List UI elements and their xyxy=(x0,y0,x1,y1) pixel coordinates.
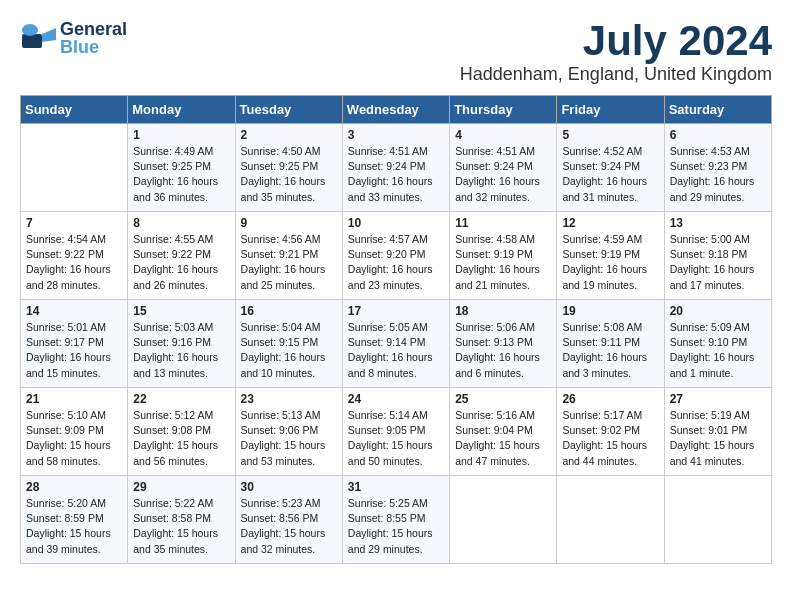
day-cell: 30Sunrise: 5:23 AM Sunset: 8:56 PM Dayli… xyxy=(235,476,342,564)
day-cell: 14Sunrise: 5:01 AM Sunset: 9:17 PM Dayli… xyxy=(21,300,128,388)
day-detail: Sunrise: 5:03 AM Sunset: 9:16 PM Dayligh… xyxy=(133,320,229,381)
day-number: 28 xyxy=(26,480,122,494)
day-detail: Sunrise: 5:12 AM Sunset: 9:08 PM Dayligh… xyxy=(133,408,229,469)
day-cell: 15Sunrise: 5:03 AM Sunset: 9:16 PM Dayli… xyxy=(128,300,235,388)
day-cell xyxy=(21,124,128,212)
day-number: 26 xyxy=(562,392,658,406)
day-number: 25 xyxy=(455,392,551,406)
day-number: 1 xyxy=(133,128,229,142)
day-cell: 22Sunrise: 5:12 AM Sunset: 9:08 PM Dayli… xyxy=(128,388,235,476)
header: General Blue July 2024 Haddenham, Englan… xyxy=(20,20,772,85)
day-cell: 18Sunrise: 5:06 AM Sunset: 9:13 PM Dayli… xyxy=(450,300,557,388)
day-cell: 28Sunrise: 5:20 AM Sunset: 8:59 PM Dayli… xyxy=(21,476,128,564)
day-number: 30 xyxy=(241,480,337,494)
day-number: 17 xyxy=(348,304,444,318)
day-cell: 2Sunrise: 4:50 AM Sunset: 9:25 PM Daylig… xyxy=(235,124,342,212)
day-detail: Sunrise: 4:51 AM Sunset: 9:24 PM Dayligh… xyxy=(348,144,444,205)
logo-text-general: General xyxy=(60,20,127,38)
day-detail: Sunrise: 5:23 AM Sunset: 8:56 PM Dayligh… xyxy=(241,496,337,557)
day-cell: 9Sunrise: 4:56 AM Sunset: 9:21 PM Daylig… xyxy=(235,212,342,300)
day-detail: Sunrise: 5:16 AM Sunset: 9:04 PM Dayligh… xyxy=(455,408,551,469)
day-number: 13 xyxy=(670,216,766,230)
svg-point-2 xyxy=(22,24,38,36)
day-detail: Sunrise: 4:49 AM Sunset: 9:25 PM Dayligh… xyxy=(133,144,229,205)
month-title: July 2024 xyxy=(460,20,772,62)
col-header-wednesday: Wednesday xyxy=(342,96,449,124)
day-detail: Sunrise: 5:09 AM Sunset: 9:10 PM Dayligh… xyxy=(670,320,766,381)
week-row-4: 21Sunrise: 5:10 AM Sunset: 9:09 PM Dayli… xyxy=(21,388,772,476)
col-header-thursday: Thursday xyxy=(450,96,557,124)
week-row-1: 1Sunrise: 4:49 AM Sunset: 9:25 PM Daylig… xyxy=(21,124,772,212)
day-number: 18 xyxy=(455,304,551,318)
day-cell: 12Sunrise: 4:59 AM Sunset: 9:19 PM Dayli… xyxy=(557,212,664,300)
day-detail: Sunrise: 5:20 AM Sunset: 8:59 PM Dayligh… xyxy=(26,496,122,557)
day-cell: 13Sunrise: 5:00 AM Sunset: 9:18 PM Dayli… xyxy=(664,212,771,300)
day-number: 5 xyxy=(562,128,658,142)
day-detail: Sunrise: 5:25 AM Sunset: 8:55 PM Dayligh… xyxy=(348,496,444,557)
day-detail: Sunrise: 4:58 AM Sunset: 9:19 PM Dayligh… xyxy=(455,232,551,293)
day-detail: Sunrise: 5:05 AM Sunset: 9:14 PM Dayligh… xyxy=(348,320,444,381)
day-detail: Sunrise: 5:04 AM Sunset: 9:15 PM Dayligh… xyxy=(241,320,337,381)
day-detail: Sunrise: 4:59 AM Sunset: 9:19 PM Dayligh… xyxy=(562,232,658,293)
svg-marker-1 xyxy=(42,28,56,42)
day-cell: 31Sunrise: 5:25 AM Sunset: 8:55 PM Dayli… xyxy=(342,476,449,564)
day-number: 20 xyxy=(670,304,766,318)
day-cell: 1Sunrise: 4:49 AM Sunset: 9:25 PM Daylig… xyxy=(128,124,235,212)
day-cell: 4Sunrise: 4:51 AM Sunset: 9:24 PM Daylig… xyxy=(450,124,557,212)
week-row-2: 7Sunrise: 4:54 AM Sunset: 9:22 PM Daylig… xyxy=(21,212,772,300)
day-number: 15 xyxy=(133,304,229,318)
day-cell: 20Sunrise: 5:09 AM Sunset: 9:10 PM Dayli… xyxy=(664,300,771,388)
day-detail: Sunrise: 5:22 AM Sunset: 8:58 PM Dayligh… xyxy=(133,496,229,557)
day-cell: 25Sunrise: 5:16 AM Sunset: 9:04 PM Dayli… xyxy=(450,388,557,476)
location: Haddenham, England, United Kingdom xyxy=(460,64,772,85)
day-number: 31 xyxy=(348,480,444,494)
day-number: 12 xyxy=(562,216,658,230)
day-cell xyxy=(450,476,557,564)
page-container: General Blue July 2024 Haddenham, Englan… xyxy=(0,0,792,574)
day-cell: 8Sunrise: 4:55 AM Sunset: 9:22 PM Daylig… xyxy=(128,212,235,300)
day-number: 29 xyxy=(133,480,229,494)
day-detail: Sunrise: 5:14 AM Sunset: 9:05 PM Dayligh… xyxy=(348,408,444,469)
day-cell: 27Sunrise: 5:19 AM Sunset: 9:01 PM Dayli… xyxy=(664,388,771,476)
col-header-saturday: Saturday xyxy=(664,96,771,124)
day-number: 3 xyxy=(348,128,444,142)
day-detail: Sunrise: 5:17 AM Sunset: 9:02 PM Dayligh… xyxy=(562,408,658,469)
day-number: 21 xyxy=(26,392,122,406)
day-cell: 11Sunrise: 4:58 AM Sunset: 9:19 PM Dayli… xyxy=(450,212,557,300)
day-number: 27 xyxy=(670,392,766,406)
day-number: 6 xyxy=(670,128,766,142)
day-number: 2 xyxy=(241,128,337,142)
day-detail: Sunrise: 4:55 AM Sunset: 9:22 PM Dayligh… xyxy=(133,232,229,293)
day-detail: Sunrise: 5:01 AM Sunset: 9:17 PM Dayligh… xyxy=(26,320,122,381)
day-detail: Sunrise: 4:53 AM Sunset: 9:23 PM Dayligh… xyxy=(670,144,766,205)
week-row-5: 28Sunrise: 5:20 AM Sunset: 8:59 PM Dayli… xyxy=(21,476,772,564)
col-header-tuesday: Tuesday xyxy=(235,96,342,124)
day-number: 24 xyxy=(348,392,444,406)
day-number: 7 xyxy=(26,216,122,230)
day-cell: 21Sunrise: 5:10 AM Sunset: 9:09 PM Dayli… xyxy=(21,388,128,476)
logo: General Blue xyxy=(20,20,127,56)
day-cell: 6Sunrise: 4:53 AM Sunset: 9:23 PM Daylig… xyxy=(664,124,771,212)
day-detail: Sunrise: 4:54 AM Sunset: 9:22 PM Dayligh… xyxy=(26,232,122,293)
day-cell: 29Sunrise: 5:22 AM Sunset: 8:58 PM Dayli… xyxy=(128,476,235,564)
day-cell: 5Sunrise: 4:52 AM Sunset: 9:24 PM Daylig… xyxy=(557,124,664,212)
day-number: 19 xyxy=(562,304,658,318)
day-detail: Sunrise: 4:51 AM Sunset: 9:24 PM Dayligh… xyxy=(455,144,551,205)
day-detail: Sunrise: 4:50 AM Sunset: 9:25 PM Dayligh… xyxy=(241,144,337,205)
day-detail: Sunrise: 4:57 AM Sunset: 9:20 PM Dayligh… xyxy=(348,232,444,293)
day-cell: 17Sunrise: 5:05 AM Sunset: 9:14 PM Dayli… xyxy=(342,300,449,388)
day-detail: Sunrise: 5:06 AM Sunset: 9:13 PM Dayligh… xyxy=(455,320,551,381)
day-cell: 7Sunrise: 4:54 AM Sunset: 9:22 PM Daylig… xyxy=(21,212,128,300)
svg-rect-0 xyxy=(22,34,42,48)
day-number: 16 xyxy=(241,304,337,318)
day-detail: Sunrise: 4:56 AM Sunset: 9:21 PM Dayligh… xyxy=(241,232,337,293)
col-header-sunday: Sunday xyxy=(21,96,128,124)
day-cell: 23Sunrise: 5:13 AM Sunset: 9:06 PM Dayli… xyxy=(235,388,342,476)
day-cell xyxy=(664,476,771,564)
week-row-3: 14Sunrise: 5:01 AM Sunset: 9:17 PM Dayli… xyxy=(21,300,772,388)
calendar-table: SundayMondayTuesdayWednesdayThursdayFrid… xyxy=(20,95,772,564)
day-cell: 16Sunrise: 5:04 AM Sunset: 9:15 PM Dayli… xyxy=(235,300,342,388)
logo-icon xyxy=(20,20,56,56)
day-cell: 19Sunrise: 5:08 AM Sunset: 9:11 PM Dayli… xyxy=(557,300,664,388)
day-number: 10 xyxy=(348,216,444,230)
